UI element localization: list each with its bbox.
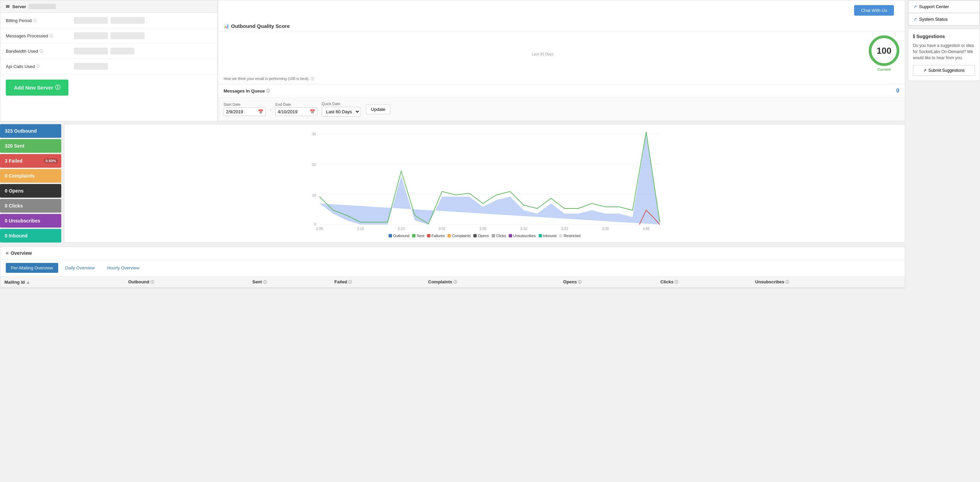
envelope-icon: ✉ bbox=[6, 4, 10, 9]
server-name-placeholder bbox=[29, 4, 56, 9]
col-info-icon[interactable]: ⓘ bbox=[452, 280, 457, 284]
stat-button-clicks[interactable]: 0 Clicks bbox=[0, 199, 61, 213]
table-header-outbound: Outbound ⓘ bbox=[124, 277, 248, 288]
start-date-label: Start Date bbox=[224, 102, 266, 107]
quality-note-info-icon[interactable]: ⓘ bbox=[311, 76, 314, 81]
stat-button-inbound[interactable]: 0 Inbound bbox=[0, 229, 61, 243]
svg-text:3-23: 3-23 bbox=[561, 227, 568, 231]
billing-value-2 bbox=[111, 17, 145, 24]
quick-date-select[interactable]: Last 7 DaysLast 30 DaysLast 60 DaysLast … bbox=[321, 107, 360, 117]
update-button[interactable]: Update bbox=[366, 105, 390, 114]
legend-item-inbound: Inbound bbox=[539, 234, 557, 238]
queue-count: 0 bbox=[896, 88, 899, 94]
billing-period-label: Billing Period bbox=[6, 18, 32, 23]
quality-header: 📊 Outbound Quality Score bbox=[218, 21, 905, 32]
billing-period-info-icon[interactable]: ⓘ bbox=[33, 18, 37, 23]
messages-value-1 bbox=[74, 32, 108, 39]
server-header-label: Server bbox=[12, 4, 26, 9]
stat-button-outbound[interactable]: 323 Outbound bbox=[0, 124, 61, 138]
overview-grid-icon: ≡ bbox=[6, 250, 8, 256]
overview-section: ≡ Overview Per-Mailing OverviewDaily Ove… bbox=[0, 247, 905, 288]
chat-button-row: Chat With Us bbox=[218, 0, 905, 21]
overview-table-head: Mailing Id▲Outbound ⓘSent ⓘFailed ⓘCompl… bbox=[0, 277, 905, 288]
quick-date-group: Quick Date Last 7 DaysLast 30 DaysLast 6… bbox=[321, 102, 362, 117]
end-date-label: End Date bbox=[275, 102, 318, 107]
col-info-icon[interactable]: ⓘ bbox=[784, 280, 789, 284]
end-date-input-wrap: 📅 bbox=[275, 108, 318, 116]
stat-button-failed[interactable]: 3 Failed0.93% bbox=[0, 154, 61, 168]
overview-tab-0[interactable]: Per-Mailing Overview bbox=[6, 263, 58, 273]
messages-processed-info-icon[interactable]: ⓘ bbox=[49, 33, 53, 38]
end-date-input[interactable] bbox=[278, 109, 308, 114]
sidebar-support-card: ↗ Support Center↗ System Status bbox=[908, 0, 980, 26]
billing-value-1 bbox=[74, 17, 108, 24]
table-header-failed: Failed ⓘ bbox=[331, 277, 424, 288]
bandwidth-value-1 bbox=[74, 48, 108, 54]
end-date-calendar-icon[interactable]: 📅 bbox=[310, 109, 315, 114]
stat-button-opens[interactable]: 0 Opens bbox=[0, 184, 61, 197]
table-header-mailing-id: Mailing Id▲ bbox=[0, 277, 124, 288]
legend-item-unsubscribes: Unsubscribes bbox=[509, 234, 536, 238]
svg-text:20: 20 bbox=[312, 162, 316, 167]
end-date-group: End Date 📅 bbox=[275, 102, 318, 116]
messages-value-2 bbox=[111, 32, 145, 39]
table-header-complaints: Complaints ⓘ bbox=[424, 277, 559, 288]
svg-text:3-30: 3-30 bbox=[602, 227, 609, 231]
quick-date-label: Quick Date bbox=[321, 102, 362, 106]
legend-item-opens: Opens bbox=[473, 234, 488, 238]
date-separator: - bbox=[270, 107, 271, 112]
legend-item-outbound: Outbound bbox=[388, 234, 409, 238]
svg-text:3-02: 3-02 bbox=[439, 227, 445, 231]
table-header-unsubscribes: Unsubscribes ⓘ bbox=[751, 277, 905, 288]
api-calls-info-icon[interactable]: ⓘ bbox=[36, 64, 40, 69]
overview-tabs: Per-Mailing OverviewDaily OverviewHourly… bbox=[0, 259, 905, 277]
score-number: 100 bbox=[877, 46, 891, 56]
overview-header: ≡ Overview bbox=[0, 247, 905, 259]
col-info-icon[interactable]: ⓘ bbox=[673, 280, 678, 284]
start-date-input[interactable] bbox=[226, 109, 256, 114]
stats-chart-section: 323 Outbound320 Sent3 Failed0.93%0 Compl… bbox=[0, 124, 905, 243]
overview-table: Mailing Id▲Outbound ⓘSent ⓘFailed ⓘCompl… bbox=[0, 277, 905, 288]
bar-chart-icon: 📊 bbox=[224, 24, 229, 29]
sidebar-button-support-center[interactable]: ↗ Support Center bbox=[908, 0, 980, 13]
score-circle: 100 bbox=[869, 35, 899, 66]
queue-info-icon[interactable]: ⓘ bbox=[266, 88, 270, 94]
quality-period-label: Last 30 Days bbox=[224, 52, 862, 56]
sidebar-button-system-status[interactable]: ↗ System Status bbox=[908, 13, 980, 25]
start-date-calendar-icon[interactable]: 📅 bbox=[258, 109, 263, 114]
messages-in-queue-panel: Messages In Queue ⓘ 0 Start Date 📅 bbox=[218, 84, 905, 121]
add-server-icon: ⓘ bbox=[55, 84, 60, 91]
stat-button-sent[interactable]: 320 Sent bbox=[0, 139, 61, 153]
messages-processed-row: Messages Processed ⓘ bbox=[0, 28, 218, 43]
svg-text:0: 0 bbox=[314, 222, 316, 226]
table-header-clicks: Clicks ⓘ bbox=[656, 277, 751, 288]
table-header-opens: Opens ⓘ bbox=[559, 277, 656, 288]
stat-button-unsubscribes[interactable]: 0 Unsubscribes bbox=[0, 214, 61, 227]
start-date-input-wrap: 📅 bbox=[224, 108, 266, 116]
chart-legend: OutboundSentFailuresComplaintsOpensClick… bbox=[68, 232, 901, 238]
submit-suggestions-button[interactable]: ↗ Submit Suggestions bbox=[913, 65, 975, 76]
queue-title-label: Messages In Queue bbox=[224, 88, 265, 94]
date-filters: Start Date 📅 - End Date 📅 bbox=[218, 98, 905, 121]
chat-with-us-button[interactable]: Chat With Us bbox=[854, 5, 894, 16]
stat-button-complaints[interactable]: 0 Complaints bbox=[0, 169, 61, 183]
col-info-icon[interactable]: ⓘ bbox=[577, 280, 582, 284]
sort-icon[interactable]: ▲ bbox=[26, 280, 30, 285]
col-info-icon[interactable]: ⓘ bbox=[150, 280, 154, 284]
chart-svg: 30 20 10 0 2-09 bbox=[68, 129, 901, 231]
col-info-icon[interactable]: ⓘ bbox=[262, 280, 267, 284]
bandwidth-used-row: Bandwidth Used ⓘ bbox=[0, 43, 218, 59]
legend-item-complaints: Complaints bbox=[447, 234, 471, 238]
add-server-label: Add New Server bbox=[14, 85, 53, 91]
col-info-icon[interactable]: ⓘ bbox=[347, 280, 352, 284]
svg-text:4-06: 4-06 bbox=[643, 227, 649, 231]
legend-item-restricted: Restricted bbox=[559, 234, 581, 238]
overview-tab-2[interactable]: Hourly Overview bbox=[102, 263, 144, 273]
bandwidth-info-icon[interactable]: ⓘ bbox=[40, 49, 43, 54]
overview-tab-1[interactable]: Daily Overview bbox=[60, 263, 100, 273]
api-calls-row: Api Calls Used ⓘ bbox=[0, 59, 218, 74]
api-value-1 bbox=[74, 63, 108, 70]
bandwidth-used-label: Bandwidth Used bbox=[6, 49, 38, 54]
api-calls-label: Api Calls Used bbox=[6, 64, 35, 69]
add-new-server-button[interactable]: Add New Server ⓘ bbox=[6, 80, 68, 95]
